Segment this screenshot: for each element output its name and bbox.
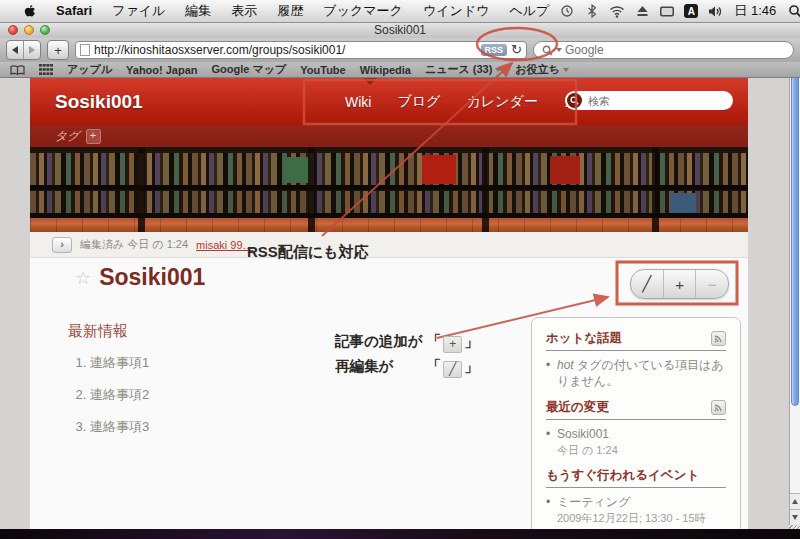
sidebar-section-header: 最近の変更 (546, 399, 726, 420)
shelf-post (138, 147, 145, 232)
list-item: hot タグの付いている項目はありません。 (546, 357, 726, 389)
google-search-input[interactable] (565, 43, 785, 57)
new-tab-button[interactable]: + (47, 40, 69, 60)
bookmark-youtube[interactable]: YouTube (300, 64, 345, 76)
eject-icon[interactable] (634, 3, 650, 19)
menu-file[interactable]: ファイル (102, 0, 175, 22)
add-tag-button[interactable]: + (86, 129, 101, 144)
bookshelf-banner-image (30, 147, 748, 232)
menu-safari[interactable]: Safari (46, 0, 102, 22)
grid-icon (39, 64, 53, 75)
bookmark-folder-news[interactable]: ニュース (33) (425, 62, 501, 77)
nav-tab-blog[interactable]: ブログ (397, 93, 440, 111)
window-title: Sosiki001 (0, 22, 800, 38)
bookmark-google-maps[interactable]: Google マップ (212, 62, 287, 77)
remove-page-button[interactable]: − (695, 270, 728, 298)
url-field[interactable]: RSS ↻ (75, 41, 527, 59)
add-page-button[interactable]: + (663, 270, 696, 298)
forward-button[interactable] (23, 41, 40, 59)
list-item: 連絡事項2 (90, 386, 149, 404)
plus-button-icon: + (443, 336, 462, 353)
scrollbar-thumb[interactable] (791, 66, 799, 406)
arrow-up-icon (792, 499, 798, 504)
url-input[interactable] (94, 43, 477, 57)
news-list: 連絡事項1 連絡事項2 連絡事項3 (58, 354, 149, 450)
edit-status-bar: › 編集済み 今日 の 1:24 misaki 99… (30, 232, 748, 258)
input-method-icon[interactable]: A (684, 4, 698, 18)
site-search-field[interactable] (565, 91, 733, 110)
editor-link[interactable]: misaki 99… (196, 239, 253, 251)
bookmark-wikipedia[interactable]: Wikipedia (360, 64, 411, 76)
open-book-icon (10, 64, 25, 76)
spotlight-icon[interactable] (787, 3, 800, 19)
edit-page-button[interactable]: ╱ (631, 270, 663, 298)
list-item: 連絡事項1 (90, 354, 149, 372)
disclosure-button[interactable]: › (52, 237, 72, 253)
page-favicon (80, 44, 90, 56)
tag-bar: タグ + (30, 125, 748, 147)
displays-icon[interactable] (659, 3, 675, 19)
menu-window[interactable]: ウインドウ (413, 0, 500, 22)
list-item: ミーティング2009年12月22日; 13:30 - 15時 (546, 494, 726, 525)
rss-feed-icon[interactable] (711, 400, 726, 415)
menubar-clock[interactable]: 日 1:46 (732, 2, 778, 20)
sidebar: ホットな話題 hot タグの付いている項目はありません。 最近の変更 Sosik… (531, 317, 741, 539)
menu-bookmarks[interactable]: ブックマーク (313, 0, 413, 22)
rss-feed-icon[interactable] (711, 331, 726, 346)
page-title: Sosiki001 (99, 264, 205, 291)
site-search-icon (567, 93, 582, 108)
menu-help[interactable]: ヘルプ (499, 0, 559, 22)
tag-label: タグ (55, 128, 80, 145)
timemachine-icon[interactable] (559, 3, 575, 19)
top-sites-button[interactable] (39, 64, 53, 75)
back-icon (12, 46, 18, 54)
wifi-icon[interactable] (609, 3, 625, 19)
rss-badge-button[interactable]: RSS (481, 44, 508, 56)
scroll-down-button[interactable] (790, 509, 800, 525)
os-menubar: Safari ファイル 編集 表示 履歴 ブックマーク ウインドウ ヘルプ (0, 0, 800, 23)
favorite-star-icon[interactable]: ☆ (75, 267, 91, 289)
desktop-strip (0, 529, 800, 539)
vertical-scrollbar[interactable] (789, 62, 800, 539)
annotation-howto-note: 記事の追加が 「+」 再編集が 「╱」 (335, 329, 479, 379)
chevron-down-icon (563, 68, 569, 72)
search-icon (542, 45, 553, 56)
menu-view[interactable]: 表示 (221, 0, 267, 22)
event-link[interactable]: ミーティング (557, 495, 630, 509)
bookmark-yahoo-japan[interactable]: Yahoo! Japan (126, 64, 198, 76)
edit-controls: ╱ + − (630, 269, 729, 299)
sidebar-section-items: ミーティング2009年12月22日; 13:30 - 15時 (546, 494, 726, 525)
site-title[interactable]: Sosiki001 (30, 91, 143, 113)
annotation-add-symbol: 「+」 (427, 329, 479, 354)
shelf-post (308, 147, 315, 232)
browser-toolbar: + RSS ↻ (0, 38, 800, 62)
bookmark-apple[interactable]: アップル (67, 62, 112, 77)
screen: Safari ファイル 編集 表示 履歴 ブックマーク ウインドウ ヘルプ (0, 0, 800, 539)
annotation-add-label: 記事の追加が (335, 329, 423, 354)
nav-tab-wiki[interactable]: Wiki (345, 94, 371, 110)
apple-menu-icon[interactable] (12, 3, 46, 19)
nav-tab-calendar[interactable]: カレンダー (466, 93, 537, 111)
scroll-up-button[interactable] (790, 493, 800, 509)
reload-icon[interactable]: ↻ (511, 42, 522, 58)
show-bookmarks-button[interactable] (10, 64, 25, 76)
chevron-down-icon (495, 68, 501, 72)
recent-change-link[interactable]: Sosiki001 (557, 427, 609, 441)
bookmarks-bar: アップル Yahoo! Japan Google マップ YouTube Wik… (0, 62, 800, 78)
window-titlebar[interactable]: Sosiki001 (0, 22, 800, 38)
arrow-down-icon (792, 515, 798, 520)
pencil-button-icon: ╱ (443, 361, 462, 378)
google-search-field[interactable] (533, 41, 794, 59)
sidebar-section-items: hot タグの付いている項目はありません。 (546, 357, 726, 389)
book-cluster (550, 156, 580, 184)
volume-icon[interactable] (707, 3, 723, 19)
edit-status-text: 編集済み 今日 の 1:24 (80, 237, 188, 252)
site-search-input[interactable] (586, 94, 732, 108)
back-button[interactable] (7, 41, 23, 59)
menu-history[interactable]: 履歴 (267, 0, 313, 22)
bookmark-folder-useful[interactable]: お役立ち (515, 62, 569, 77)
menu-edit[interactable]: 編集 (175, 0, 221, 22)
history-nav-control (6, 40, 41, 60)
page-title-row: ☆ Sosiki001 (75, 264, 205, 291)
bluetooth-icon[interactable] (584, 3, 600, 19)
